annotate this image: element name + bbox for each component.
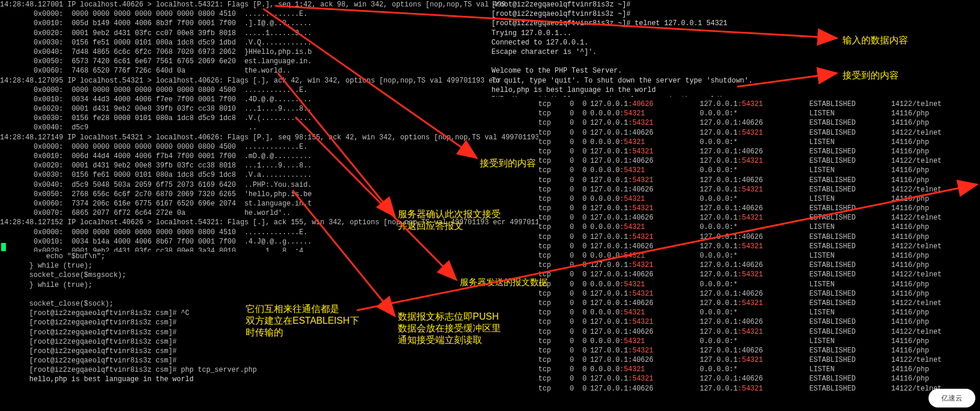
table-row: tcp00127.0.0.1:40626127.0.0.1:54321ESTAB… [538,384,980,393]
table-row: tcp00127.0.0.1:54321127.0.0.1:40626ESTAB… [538,346,980,355]
table-row: tcp00127.0.0.1:54321127.0.0.1:40626ESTAB… [538,176,980,185]
table-row: tcp000.0.0.0:543210.0.0.0:*LISTEN14116/p… [538,222,980,232]
telnet-pane: [root@iz2zegqaeolqftvinr8is3z ~]# [root@… [491,0,980,97]
annot-received: 接受到的内容 [480,157,536,170]
table-row: tcp00127.0.0.1:40626127.0.0.1:54321ESTAB… [538,156,980,166]
annot-estab-3: 时传输的 [246,326,283,339]
table-row: tcp00127.0.0.1:40626127.0.0.1:54321ESTAB… [538,213,980,222]
annot-server-data: 服务器发送的报文数据 [460,276,548,288]
table-row: tcp00127.0.0.1:40626127.0.0.1:54321ESTAB… [538,128,980,138]
table-row: tcp000.0.0.0:543210.0.0.0:*LISTEN14116/p… [538,138,980,147]
telnet-output: [root@iz2zegqaeolqftvinr8is3z ~]# [root@… [491,0,980,97]
table-row: tcp00127.0.0.1:40626127.0.0.1:54321ESTAB… [538,242,980,251]
table-row: tcp00127.0.0.1:54321127.0.0.1:40626ESTAB… [538,261,980,270]
table-row: tcp000.0.0.0:543210.0.0.0:*LISTEN14116/p… [538,251,980,261]
annot-push-2: 数据会放在接受缓冲区里 [398,322,501,335]
table-row: tcp00127.0.0.1:54321127.0.0.1:40626ESTAB… [538,374,980,383]
table-row: tcp000.0.0.0:543210.0.0.0:*LISTEN14116/p… [538,337,980,346]
table-row: tcp00127.0.0.1:40626127.0.0.1:54321ESTAB… [538,185,980,194]
table-row: tcp00127.0.0.1:40626127.0.0.1:54321ESTAB… [538,327,980,337]
table-row: tcp000.0.0.0:543210.0.0.0:*LISTEN14116/p… [538,166,980,175]
table-row: tcp000.0.0.0:543210.0.0.0:*LISTEN14116/p… [538,308,980,317]
annot-received-right: 接受到的内容 [843,69,899,82]
table-row: tcp000.0.0.0:543210.0.0.0:*LISTEN14116/p… [538,280,980,289]
table-row: tcp00127.0.0.1:54321127.0.0.1:40626ESTAB… [538,317,980,327]
annot-confirm-2: 并返回应答报文 [398,220,463,232]
annot-push-1: 数据报文标志位即PUSH [398,310,498,323]
table-row: tcp00127.0.0.1:54321127.0.0.1:40626ESTAB… [538,204,980,213]
table-row: tcp00127.0.0.1:40626127.0.0.1:54321ESTAB… [538,270,980,279]
table-row: tcp00127.0.0.1:54321127.0.0.1:40626ESTAB… [538,232,980,242]
table-row: tcp00127.0.0.1:54321127.0.0.1:40626ESTAB… [538,118,980,128]
annot-input: 输入的数据内容 [843,34,908,47]
table-row: tcp00127.0.0.1:40626127.0.0.1:54321ESTAB… [538,355,980,365]
cursor-icon [1,243,6,251]
annot-estab-2: 双方建立在ESTABLEISH下 [246,314,359,327]
table-row: tcp000.0.0.0:543210.0.0.0:*LISTEN14116/p… [538,365,980,374]
watermark-text: 亿速云 [941,393,962,403]
table-row: tcp00127.0.0.1:40626127.0.0.1:54321ESTAB… [538,100,980,109]
table-row: tcp00127.0.0.1:54321127.0.0.1:40626ESTAB… [538,147,980,156]
annot-estab-1: 它们互相来往通信都是 [246,303,339,316]
table-row: tcp000.0.0.0:543210.0.0.0:*LISTEN14116/p… [538,194,980,204]
annot-confirm-1: 服务器确认此次报文接受 [398,208,501,221]
annot-push-3: 通知接受端立刻读取 [398,334,482,347]
watermark-logo: 亿速云 [929,389,975,407]
table-row: tcp00127.0.0.1:54321127.0.0.1:40626ESTAB… [538,289,980,299]
table-row: tcp000.0.0.0:543210.0.0.0:*LISTEN14116/p… [538,109,980,118]
netstat-pane: tcp00127.0.0.1:40626127.0.0.1:54321ESTAB… [538,100,980,410]
table-row: tcp00127.0.0.1:40626127.0.0.1:54321ESTAB… [538,299,980,308]
netstat-table: tcp00127.0.0.1:40626127.0.0.1:54321ESTAB… [538,100,980,393]
